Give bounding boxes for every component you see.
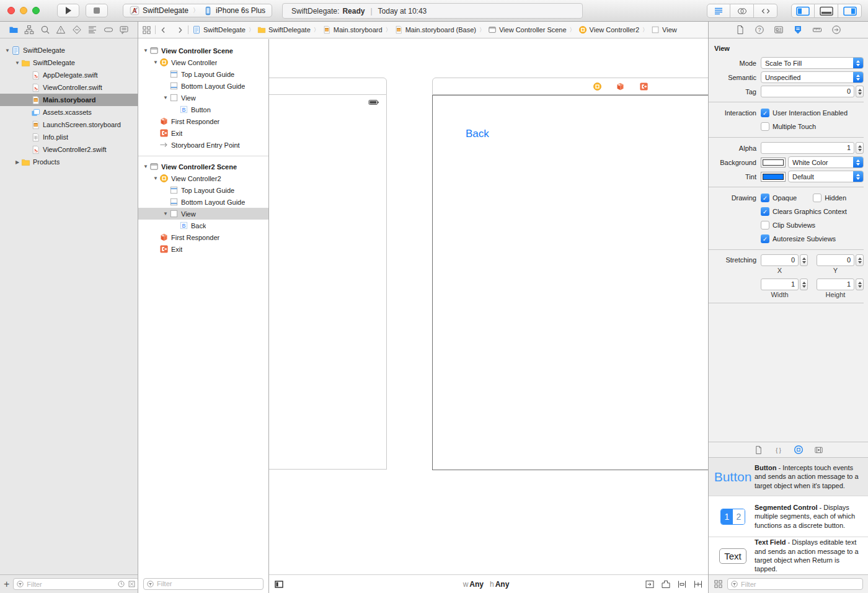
stretching-y-field[interactable]: 0 (817, 254, 854, 266)
back-arrow-icon[interactable] (159, 26, 167, 34)
stretching-height-field[interactable]: 1 (817, 279, 854, 290)
size-inspector-tab-icon[interactable] (812, 25, 822, 35)
disclosure-triangle[interactable]: ▼ (14, 60, 21, 66)
disclosure-triangle[interactable]: ▼ (142, 48, 149, 53)
library-item-segmented-control[interactable]: 1 2 Segmented Control - Displays multipl… (709, 496, 868, 537)
library-item-button[interactable]: Button Button - Intercepts touch events … (709, 458, 868, 496)
tree-item-file-selected[interactable]: Main.storyboard (0, 94, 138, 106)
outline-toggle-icon[interactable] (274, 579, 284, 589)
breadcrumb-scene[interactable]: View Controller Scene (488, 25, 567, 34)
first-responder-icon[interactable] (616, 82, 625, 91)
search-navigator-tab-icon[interactable] (40, 25, 50, 35)
project-navigator-tab-icon[interactable] (9, 25, 19, 35)
disclosure-triangle[interactable]: ▼ (4, 48, 11, 53)
scheme-selector[interactable]: SwiftDelegate 〉 iPhone 6s Plus (123, 4, 272, 17)
disclosure-triangle[interactable]: ▼ (162, 211, 169, 216)
symbol-navigator-tab-icon[interactable] (24, 25, 34, 35)
user-interaction-checkbox[interactable]: ✓ (761, 109, 769, 117)
outline-scene-header[interactable]: ▼View Controller2 Scene (138, 161, 268, 172)
stretching-width-field[interactable]: 1 (761, 279, 799, 290)
hidden-checkbox[interactable] (813, 194, 822, 202)
navigator-filter-field[interactable] (13, 578, 139, 590)
update-frames-icon[interactable] (645, 579, 655, 589)
unsaved-files-icon[interactable] (128, 580, 136, 588)
library-item-text-field[interactable]: Text Text Field - Displays editable text… (709, 537, 868, 574)
object-library-tab-icon[interactable] (794, 445, 804, 455)
back-canvas-button[interactable]: Back (466, 128, 489, 140)
breadcrumb-view-controller[interactable]: View Controller2 (578, 25, 640, 34)
tree-item-group[interactable]: ▼SwiftDelegate (0, 56, 138, 69)
breadcrumb-file-base[interactable]: Main.storyboard (Base) (394, 25, 476, 34)
stretching-height-stepper[interactable] (856, 279, 864, 290)
library-filter-field[interactable] (727, 578, 863, 590)
stretching-x-field[interactable]: 0 (761, 254, 799, 266)
background-dropdown[interactable]: White Color (788, 156, 864, 168)
toggle-navigator-button[interactable] (791, 4, 815, 18)
tree-item-group[interactable]: ▶Products (0, 156, 138, 168)
report-navigator-tab-icon[interactable] (87, 25, 97, 35)
outline-view-selected[interactable]: ▼View (138, 208, 268, 220)
attributes-inspector-tab-icon[interactable] (793, 25, 803, 35)
tree-item-file[interactable]: AppDelegate.swift (0, 69, 138, 81)
tree-item-file[interactable]: LaunchScreen.storyboard (0, 118, 138, 131)
tint-dropdown[interactable]: Default (788, 171, 864, 182)
view-controller-scene-frame[interactable] (268, 78, 387, 470)
breadcrumb-view[interactable]: View (651, 25, 677, 34)
tree-item-file[interactable]: ViewController2.swift (0, 143, 138, 156)
tree-item-project[interactable]: ▼SwiftDelegate (0, 44, 138, 56)
pin-icon[interactable] (693, 579, 703, 589)
background-color-well[interactable] (761, 158, 786, 167)
toggle-debug-area-button[interactable] (815, 4, 838, 18)
outline-bottom-layout-guide[interactable]: Bottom Layout Guide (138, 80, 268, 92)
breakpoint-navigator-tab-icon[interactable] (72, 25, 82, 35)
tint-color-well[interactable] (761, 172, 786, 182)
opaque-checkbox[interactable]: ✓ (761, 194, 769, 202)
view-controller2-scene-frame[interactable]: Back (432, 78, 708, 470)
mode-dropdown[interactable]: Scale To Fill (761, 57, 864, 69)
embed-in-stack-icon[interactable] (661, 579, 671, 589)
view-controller2-view[interactable]: Back (432, 95, 708, 470)
breadcrumb-group[interactable]: SwiftDelegate (257, 25, 311, 34)
add-button[interactable]: + (4, 579, 9, 590)
outline-button[interactable]: Button (138, 104, 268, 115)
outline-first-responder[interactable]: First Responder (138, 115, 268, 127)
outline-scene-header[interactable]: ▼View Controller Scene (138, 45, 268, 56)
outline-entry-point[interactable]: Storyboard Entry Point (138, 139, 268, 151)
media-library-tab-icon[interactable] (814, 445, 823, 455)
view-controller-icon[interactable] (593, 82, 602, 91)
test-navigator-tab-icon[interactable] (104, 25, 113, 35)
outline-view-controller[interactable]: ▼View Controller (138, 56, 268, 68)
disclosure-triangle[interactable]: ▼ (152, 176, 159, 181)
outline-filter-input[interactable] (157, 580, 260, 587)
related-items-icon[interactable] (142, 25, 151, 35)
run-button[interactable] (57, 4, 79, 17)
outline-exit[interactable]: Exit (138, 243, 268, 255)
tree-item-file[interactable]: ViewController.swift (0, 81, 138, 94)
stretching-y-stepper[interactable] (856, 254, 864, 266)
standard-editor-button[interactable] (707, 4, 730, 18)
outline-view-controller2[interactable]: ▼View Controller2 (138, 172, 268, 184)
outline-bottom-layout-guide[interactable]: Bottom Layout Guide (138, 196, 268, 208)
outline-back-button[interactable]: Back (138, 220, 268, 231)
assistant-editor-button[interactable] (730, 4, 754, 18)
disclosure-triangle[interactable]: ▼ (152, 60, 159, 65)
connections-inspector-tab-icon[interactable] (831, 25, 841, 35)
quick-help-tab-icon[interactable] (755, 25, 764, 35)
identity-inspector-tab-icon[interactable] (774, 25, 784, 35)
semantic-dropdown[interactable]: Unspecified (761, 71, 864, 83)
outline-exit[interactable]: Exit (138, 127, 268, 139)
exit-icon[interactable] (639, 82, 649, 91)
minimize-window-button[interactable] (20, 7, 27, 14)
alpha-stepper[interactable] (856, 142, 864, 154)
issue-navigator-tab-icon[interactable] (56, 25, 66, 35)
tree-item-file[interactable]: Assets.xcassets (0, 106, 138, 118)
disclosure-triangle[interactable]: ▼ (162, 95, 169, 100)
toggle-inspector-button[interactable] (838, 4, 862, 18)
file-template-library-tab-icon[interactable] (754, 445, 763, 455)
close-window-button[interactable] (7, 7, 15, 14)
storyboard-canvas[interactable]: Back w Any h Any (268, 39, 708, 593)
disclosure-triangle[interactable]: ▼ (142, 164, 149, 169)
log-navigator-tab-icon[interactable] (119, 25, 129, 35)
code-snippet-library-tab-icon[interactable] (774, 445, 783, 455)
file-inspector-tab-icon[interactable] (735, 25, 745, 35)
